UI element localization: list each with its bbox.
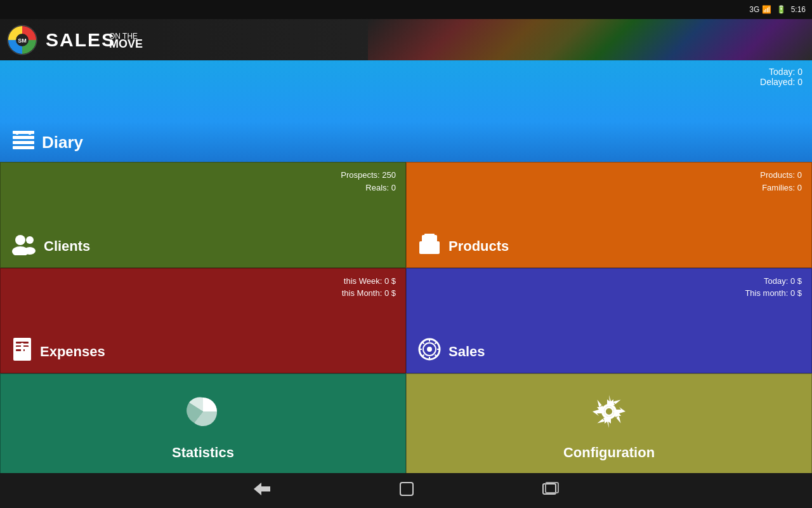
logo-text: SALES ON THE MOVE (46, 26, 192, 54)
products-stat1: Products: 0 (760, 169, 802, 182)
diary-delayed: Delayed: 0 (760, 77, 802, 87)
svg-rect-10 (16, 131, 18, 135)
nav-recent-button[interactable] (542, 481, 560, 500)
svg-point-13 (26, 236, 34, 244)
tile-clients[interactable]: Prospects: 250 Reals: 0 Clients (0, 162, 406, 268)
sales-label: Sales (449, 344, 485, 360)
products-stat2: Families: 0 (760, 182, 802, 194)
diary-today: Today: 0 (760, 67, 802, 77)
tile-expenses[interactable]: this Week: 0 $ this Month: 0 $ Expenses (0, 268, 406, 374)
svg-rect-8 (13, 141, 34, 144)
svg-marker-39 (254, 483, 270, 495)
svg-rect-9 (13, 146, 34, 149)
svg-text:SALES: SALES (46, 29, 115, 50)
svg-line-35 (422, 355, 424, 357)
svg-rect-18 (424, 234, 435, 237)
clients-label: Clients (44, 238, 90, 255)
nav-bar (0, 473, 812, 508)
products-label: Products (449, 238, 509, 255)
expenses-stat2: this Month: 0 $ (342, 287, 396, 300)
clients-icon (12, 234, 36, 260)
status-bar: 3G 📶 🔋 5:16 (0, 0, 812, 19)
products-bottom: Products (418, 234, 800, 260)
svg-point-12 (15, 235, 25, 245)
diary-stats: Today: 0 Delayed: 0 (760, 67, 802, 87)
svg-point-38 (606, 408, 612, 415)
svg-point-15 (24, 247, 36, 255)
tiles-grid: Prospects: 250 Reals: 0 Clients Products (0, 162, 812, 479)
svg-rect-16 (419, 241, 440, 254)
tile-products[interactable]: Products: 0 Families: 0 Products (406, 162, 812, 268)
svg-text:SM: SM (18, 37, 27, 44)
configuration-label: Configuration (563, 444, 655, 461)
statistics-label: Statistics (172, 444, 234, 461)
tile-configuration[interactable]: Configuration (406, 373, 812, 479)
tile-sales[interactable]: Today: 0 $ This month: 0 $ (406, 268, 812, 374)
diary-text: Diary (42, 133, 83, 152)
sales-stat2: This month: 0 $ (745, 287, 802, 300)
main-content: Today: 0 Delayed: 0 Diary Pr (0, 60, 812, 479)
configuration-icon (590, 392, 628, 438)
svg-text:MOVE: MOVE (109, 37, 143, 50)
clients-stats: Prospects: 250 Reals: 0 (341, 169, 396, 194)
nav-back-button[interactable] (252, 481, 272, 500)
header: SM SALES ON THE MOVE (0, 19, 812, 60)
products-stats: Products: 0 Families: 0 (760, 169, 802, 194)
expenses-stat1: this Week: 0 $ (342, 275, 396, 288)
diary-section[interactable]: Today: 0 Delayed: 0 Diary (0, 60, 812, 162)
sales-stats: Today: 0 $ This month: 0 $ (745, 275, 802, 300)
svg-rect-40 (400, 483, 413, 495)
expenses-label: Expenses (40, 344, 105, 360)
time-display: 5:16 (791, 5, 806, 14)
tile-statistics[interactable]: Statistics (0, 373, 406, 479)
statistics-icon (184, 392, 222, 438)
nav-home-button[interactable] (398, 481, 415, 501)
svg-rect-24 (16, 347, 29, 349)
signal-icon: 3G 📶 (749, 5, 771, 14)
diary-label: Diary (0, 124, 812, 162)
battery-icon: 🔋 (776, 5, 786, 14)
sales-bottom: Sales (418, 338, 800, 365)
diary-icon (13, 131, 34, 154)
clients-bottom: Clients (12, 234, 394, 260)
sales-icon (418, 338, 441, 365)
clients-stat1: Prospects: 250 (341, 169, 396, 182)
svg-line-34 (435, 342, 437, 344)
products-icon (418, 234, 441, 260)
expenses-stats: this Week: 0 $ this Month: 0 $ (342, 275, 396, 300)
logo-icon: SM (6, 24, 38, 56)
svg-rect-7 (13, 136, 34, 139)
expenses-icon (12, 338, 32, 365)
logo-area: SM SALES ON THE MOVE (6, 24, 192, 56)
clients-stat2: Reals: 0 (341, 182, 396, 194)
svg-line-32 (422, 342, 424, 344)
expenses-bottom: Expenses (12, 338, 394, 365)
svg-rect-11 (29, 131, 31, 135)
svg-point-27 (427, 347, 432, 352)
svg-line-33 (435, 355, 437, 357)
sales-stat1: Today: 0 $ (745, 275, 802, 288)
